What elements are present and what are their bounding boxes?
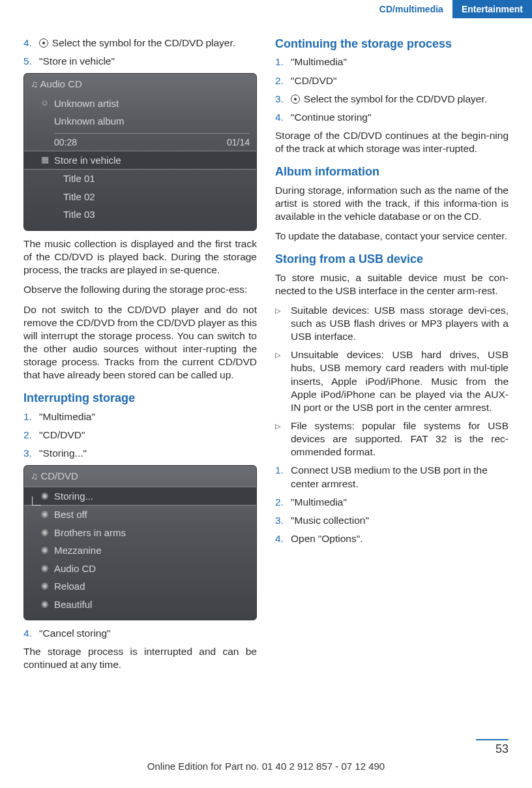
paragraph: To store music, a suitable device must b…: [275, 271, 509, 297]
disc-icon: ◉: [40, 563, 50, 572]
heading-usb: Storing from a USB device: [275, 252, 509, 267]
ss-row: ◉Best off: [24, 506, 256, 524]
step-num: 3.: [23, 447, 39, 460]
heading-album-info: Album information: [275, 164, 509, 179]
bullet-text: File systems: popular file systems for U…: [291, 419, 509, 459]
step-num: 2.: [275, 74, 291, 87]
screenshot-audio-cd: ♫ Audio CD ☺Unknown artist Unknown album…: [23, 73, 257, 231]
ss-row: ◉Audio CD: [24, 560, 256, 578]
steps-cancel: 4."Cancel storing": [23, 627, 257, 640]
paragraph: Storage of the CD/DVD continues at the b…: [275, 129, 509, 155]
screenshot-cd-dvd: ♫ CD/DVD ◉Storing... ◉Best off ◉Brothers…: [23, 465, 257, 620]
tab-chapter: Entertainment: [452, 0, 532, 18]
step-text: Connect USB medium to the USB port in th…: [291, 464, 509, 490]
paragraph: Do not switch to the CD/DVD player and d…: [23, 303, 257, 382]
ss-header: ♫ Audio CD: [24, 74, 256, 95]
step-text: "Multimedia": [291, 55, 509, 68]
content-columns: 4. Select the symbol for the CD/DVD play…: [23, 37, 509, 678]
ss-row: ◉Beautiful: [24, 596, 256, 614]
ss-header: ♫ CD/DVD: [24, 466, 256, 487]
car-icon: ▦: [40, 155, 50, 164]
step-num: 1.: [275, 464, 291, 490]
steps-interrupt: 1."Multimedia" 2."CD/DVD" 3."Storing...": [23, 410, 257, 460]
heading-continuing: Continuing the storage process: [275, 37, 509, 52]
step-text: "Store in vehicle": [39, 55, 257, 68]
steps-usb: 1.Connect USB medium to the USB port in …: [275, 464, 509, 545]
step-num: 4.: [23, 37, 39, 50]
step-num: 1.: [23, 410, 39, 423]
ss-row: ◉Brothers in arms: [24, 524, 256, 542]
disc-icon: ◉: [40, 545, 50, 554]
step-num: 3.: [275, 514, 291, 527]
ss-row-selected: ▦Store in vehicle: [24, 151, 256, 170]
step-text: "Multimedia": [291, 496, 509, 509]
paragraph: To update the database, contact your ser…: [275, 230, 509, 243]
ss-row: Title 01: [24, 170, 256, 188]
step-num: 2.: [275, 496, 291, 509]
step-num: 4.: [23, 627, 39, 640]
ss-row: Title 02: [24, 188, 256, 206]
ss-row-selected: ◉Storing...: [24, 487, 256, 506]
step-num: 4.: [275, 532, 291, 545]
triangle-bullet-icon: ▷: [275, 304, 291, 343]
paragraph: The music collection is displayed and th…: [23, 237, 257, 277]
triangle-bullet-icon: ▷: [275, 419, 291, 459]
bullet-list: ▷Suitable devices: USB mass storage devi…: [275, 304, 509, 459]
step-text: "Multimedia": [39, 410, 257, 423]
disc-icon: ◉: [40, 581, 50, 590]
ss-row: Unknown album: [24, 112, 256, 130]
tab-section: CD/multimedia: [370, 0, 452, 18]
footer-text: Online Edition for Part no. 01 40 2 912 …: [0, 760, 532, 773]
step-text: "Cancel storing": [39, 627, 257, 640]
steps-store: 4. Select the symbol for the CD/DVD play…: [23, 37, 257, 68]
paragraph: Observe the following during the storage…: [23, 283, 257, 296]
header-tabs: CD/multimedia Entertainment: [370, 0, 532, 18]
triangle-bullet-icon: ▷: [275, 348, 291, 414]
steps-continue: 1."Multimedia" 2."CD/DVD" 3. Select the …: [275, 55, 509, 124]
step-num: 5.: [23, 55, 39, 68]
step-text: "Storing...": [39, 447, 257, 460]
step-text: "Music collection": [291, 514, 509, 527]
paragraph: During storage, information such as the …: [275, 184, 509, 223]
ss-row: Title 03: [24, 205, 256, 224]
step-text: "CD/DVD": [39, 429, 257, 442]
disc-icon: ◉: [40, 491, 50, 500]
left-column: 4. Select the symbol for the CD/DVD play…: [23, 37, 257, 678]
disc-icon: ◉: [40, 599, 50, 608]
bullet-text: Unsuitable devices: USB hard drives, USB…: [291, 348, 509, 414]
step-num: 1.: [275, 55, 291, 68]
cd-icon: [291, 95, 300, 104]
step-num: 2.: [23, 429, 39, 442]
bullet-text: Suitable devices: USB mass storage devi‐…: [291, 304, 509, 343]
step-num: 3.: [275, 93, 291, 106]
ss-row: ◉Mezzanine: [24, 541, 256, 560]
cd-icon: [39, 38, 48, 48]
step-num: 4.: [275, 111, 291, 124]
disc-icon: ◉: [40, 509, 50, 518]
ss-time: 00:2801/14: [54, 133, 250, 148]
person-icon: ☺: [40, 98, 50, 107]
step-text: "CD/DVD": [291, 74, 509, 87]
ss-row: ☺Unknown artist: [24, 95, 256, 113]
step-text: "Continue storing": [291, 111, 509, 124]
right-column: Continuing the storage process 1."Multim…: [275, 37, 509, 678]
disc-icon: ◉: [40, 527, 50, 536]
heading-interrupting: Interrupting storage: [23, 391, 257, 406]
paragraph: The storage process is interrupted and c…: [23, 645, 257, 671]
step-text: Select the symbol for the CD/DVD player.: [39, 37, 257, 50]
ss-row: ◉Reload: [24, 577, 256, 596]
step-text: Select the symbol for the CD/DVD player.: [291, 93, 509, 106]
page-number: 53: [476, 739, 509, 757]
step-text: Open "Options".: [291, 532, 509, 545]
